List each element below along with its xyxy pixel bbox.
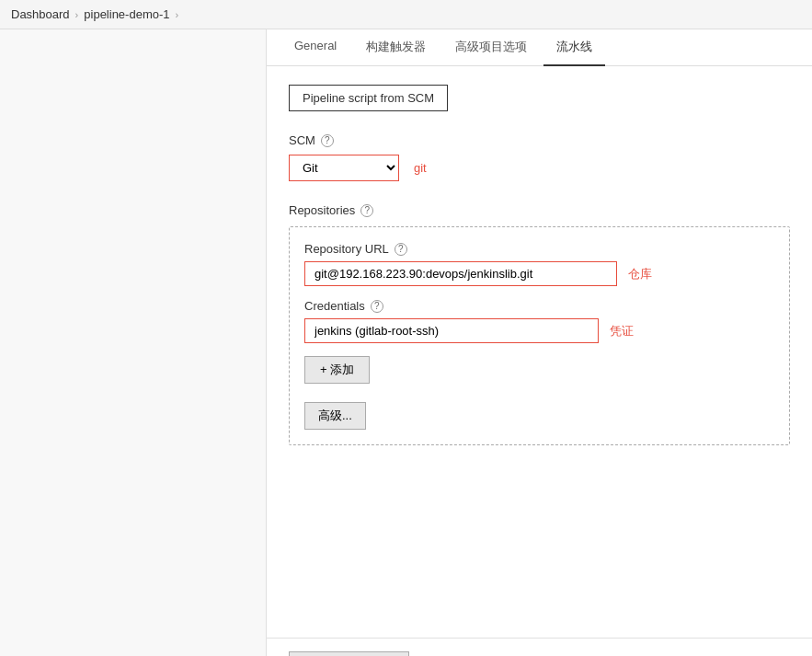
breadcrumb-sep-2: › xyxy=(176,9,179,20)
add-button[interactable]: + 添加 xyxy=(304,356,370,384)
repo-dashed-box: Repository URL ? 仓库 Credentials xyxy=(289,226,790,445)
tab-build-triggers[interactable]: 构建触发器 xyxy=(353,29,439,66)
repo-url-help-icon[interactable]: ? xyxy=(395,243,407,256)
scm-select-row: Git git xyxy=(289,155,790,181)
repositories-label-row: Repositories ? xyxy=(289,203,790,217)
content-body: Pipeline script from SCM SCM ? Git git xyxy=(267,66,812,480)
scm-label: SCM xyxy=(289,133,315,147)
credentials-hint: 凭证 xyxy=(610,323,634,340)
credentials-help-icon[interactable]: ? xyxy=(371,300,383,313)
scm-select[interactable]: Git xyxy=(289,155,399,181)
advanced-button[interactable]: 高级... xyxy=(304,402,366,430)
add-repository-button[interactable]: Add Repository xyxy=(289,651,409,656)
scm-hint: git xyxy=(414,161,427,175)
breadcrumb-dashboard[interactable]: Dashboard xyxy=(11,7,70,21)
credentials-input[interactable] xyxy=(304,318,599,343)
scm-label-row: SCM ? xyxy=(289,133,790,147)
content-area: General 构建触发器 高级项目选项 流水线 Pipeline script… xyxy=(267,29,812,656)
repositories-section: Repositories ? Repository URL ? xyxy=(289,203,790,445)
repo-url-input-row: 仓库 xyxy=(304,261,774,286)
repo-url-label: Repository URL xyxy=(304,242,389,256)
credentials-label: Credentials xyxy=(304,299,365,313)
tab-pipeline[interactable]: 流水线 xyxy=(543,29,605,66)
tabs-bar: General 构建触发器 高级项目选项 流水线 xyxy=(267,29,812,66)
credentials-input-row: 凭证 xyxy=(304,318,774,343)
main-layout: General 构建触发器 高级项目选项 流水线 Pipeline script… xyxy=(0,29,812,656)
repo-url-label-row: Repository URL ? xyxy=(304,242,774,256)
repo-url-group: Repository URL ? 仓库 xyxy=(304,242,774,286)
tab-advanced-options[interactable]: 高级项目选项 xyxy=(442,29,540,66)
breadcrumb-bar: Dashboard › pipeline-demo-1 › xyxy=(0,0,812,29)
sidebar xyxy=(0,29,267,656)
tab-general[interactable]: General xyxy=(281,29,349,66)
scm-help-icon[interactable]: ? xyxy=(321,134,334,147)
credentials-group: Credentials ? 凭证 xyxy=(304,299,774,343)
scrollable-content: Pipeline script from SCM SCM ? Git git xyxy=(267,66,812,638)
repositories-label: Repositories xyxy=(289,203,355,217)
repo-url-hint: 仓库 xyxy=(628,266,652,282)
bottom-bar: Add Repository CSDN @旅行者-Ylt xyxy=(267,638,812,656)
breadcrumb-pipeline[interactable]: pipeline-demo-1 xyxy=(84,7,169,21)
repo-url-input[interactable] xyxy=(304,261,617,286)
scm-section: SCM ? Git git xyxy=(289,133,790,181)
credentials-label-row: Credentials ? xyxy=(304,299,774,313)
repositories-help-icon[interactable]: ? xyxy=(360,204,373,217)
script-type-box[interactable]: Pipeline script from SCM xyxy=(289,85,448,111)
breadcrumb-sep-1: › xyxy=(75,9,79,20)
